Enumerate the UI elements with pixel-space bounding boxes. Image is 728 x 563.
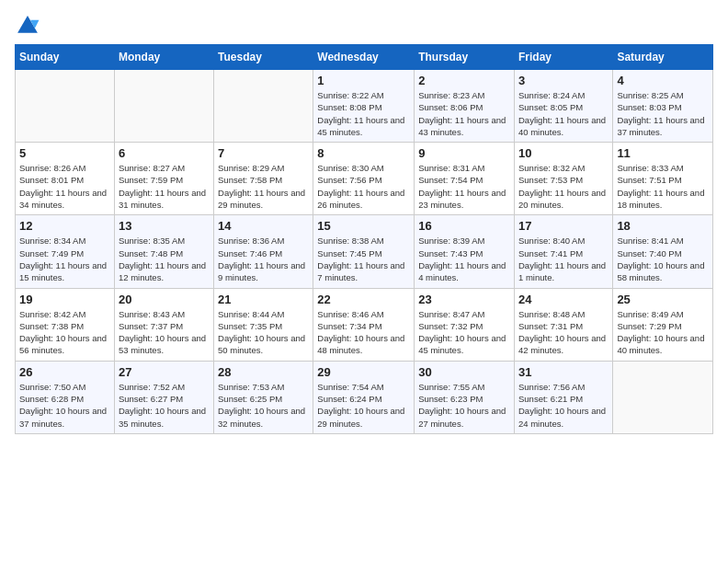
day-number: 4 (617, 74, 709, 87)
day-info: Sunrise: 8:23 AM Sunset: 8:06 PM Dayligh… (418, 89, 510, 138)
day-number: 17 (518, 219, 609, 233)
calendar: SundayMondayTuesdayWednesdayThursdayFrid… (15, 44, 713, 434)
calendar-cell (16, 70, 115, 143)
calendar-cell: 13Sunrise: 8:35 AM Sunset: 7:48 PM Dayli… (114, 215, 213, 288)
day-info: Sunrise: 8:44 AM Sunset: 7:35 PM Dayligh… (218, 308, 309, 357)
weekday-header: Wednesday (313, 45, 415, 70)
day-number: 24 (518, 293, 609, 306)
day-number: 31 (518, 365, 609, 379)
day-info: Sunrise: 8:49 AM Sunset: 7:29 PM Dayligh… (617, 308, 709, 357)
calendar-cell: 12Sunrise: 8:34 AM Sunset: 7:49 PM Dayli… (16, 215, 115, 288)
day-info: Sunrise: 8:43 AM Sunset: 7:37 PM Dayligh… (119, 308, 210, 357)
day-info: Sunrise: 8:31 AM Sunset: 7:54 PM Dayligh… (418, 162, 510, 211)
calendar-cell: 16Sunrise: 8:39 AM Sunset: 7:43 PM Dayli… (415, 215, 515, 288)
calendar-cell: 1Sunrise: 8:22 AM Sunset: 8:08 PM Daylig… (313, 70, 415, 143)
logo-icon (15, 13, 40, 39)
calendar-cell: 3Sunrise: 8:24 AM Sunset: 8:05 PM Daylig… (514, 70, 612, 143)
day-number: 9 (418, 146, 510, 160)
day-number: 15 (317, 219, 410, 233)
calendar-cell: 21Sunrise: 8:44 AM Sunset: 7:35 PM Dayli… (214, 288, 313, 361)
day-number: 1 (317, 74, 410, 87)
day-number: 20 (119, 293, 210, 306)
day-info: Sunrise: 7:54 AM Sunset: 6:24 PM Dayligh… (317, 381, 410, 430)
day-info: Sunrise: 8:39 AM Sunset: 7:43 PM Dayligh… (418, 235, 510, 283)
day-number: 25 (617, 293, 709, 306)
day-number: 12 (19, 219, 110, 233)
day-number: 3 (518, 74, 609, 87)
day-number: 23 (418, 293, 510, 306)
day-info: Sunrise: 8:46 AM Sunset: 7:34 PM Dayligh… (317, 308, 410, 357)
weekday-header: Tuesday (214, 45, 313, 70)
day-info: Sunrise: 8:29 AM Sunset: 7:58 PM Dayligh… (218, 162, 309, 211)
day-number: 21 (218, 293, 309, 306)
calendar-cell: 2Sunrise: 8:23 AM Sunset: 8:06 PM Daylig… (415, 70, 515, 143)
day-info: Sunrise: 7:50 AM Sunset: 6:28 PM Dayligh… (19, 381, 110, 430)
calendar-cell: 31Sunrise: 7:56 AM Sunset: 6:21 PM Dayli… (514, 361, 612, 433)
calendar-cell: 29Sunrise: 7:54 AM Sunset: 6:24 PM Dayli… (313, 361, 415, 433)
page: SundayMondayTuesdayWednesdayThursdayFrid… (0, 0, 728, 563)
day-info: Sunrise: 8:48 AM Sunset: 7:31 PM Dayligh… (518, 308, 609, 357)
day-info: Sunrise: 8:32 AM Sunset: 7:53 PM Dayligh… (518, 162, 609, 211)
day-number: 30 (418, 365, 510, 379)
calendar-cell: 14Sunrise: 8:36 AM Sunset: 7:46 PM Dayli… (214, 215, 313, 288)
calendar-cell (114, 70, 213, 143)
day-number: 22 (317, 293, 410, 306)
day-info: Sunrise: 8:41 AM Sunset: 7:40 PM Dayligh… (617, 235, 709, 283)
day-number: 18 (617, 219, 709, 233)
calendar-cell: 4Sunrise: 8:25 AM Sunset: 8:03 PM Daylig… (613, 70, 713, 143)
calendar-cell: 15Sunrise: 8:38 AM Sunset: 7:45 PM Dayli… (313, 215, 415, 288)
header (15, 9, 713, 39)
day-info: Sunrise: 8:30 AM Sunset: 7:56 PM Dayligh… (317, 162, 410, 211)
calendar-cell: 10Sunrise: 8:32 AM Sunset: 7:53 PM Dayli… (514, 143, 612, 215)
calendar-cell: 28Sunrise: 7:53 AM Sunset: 6:25 PM Dayli… (214, 361, 313, 433)
day-number: 7 (218, 146, 309, 160)
day-number: 19 (19, 293, 110, 306)
weekday-header: Saturday (613, 45, 713, 70)
day-number: 8 (317, 146, 410, 160)
calendar-cell: 23Sunrise: 8:47 AM Sunset: 7:32 PM Dayli… (415, 288, 515, 361)
weekday-header: Thursday (415, 45, 515, 70)
day-number: 29 (317, 365, 410, 379)
calendar-cell: 22Sunrise: 8:46 AM Sunset: 7:34 PM Dayli… (313, 288, 415, 361)
calendar-cell: 27Sunrise: 7:52 AM Sunset: 6:27 PM Dayli… (114, 361, 213, 433)
calendar-cell (214, 70, 313, 143)
day-info: Sunrise: 8:34 AM Sunset: 7:49 PM Dayligh… (19, 235, 110, 283)
calendar-cell (613, 361, 713, 433)
day-number: 2 (418, 74, 510, 87)
day-number: 5 (19, 146, 110, 160)
calendar-cell: 5Sunrise: 8:26 AM Sunset: 8:01 PM Daylig… (16, 143, 115, 215)
day-info: Sunrise: 8:42 AM Sunset: 7:38 PM Dayligh… (19, 308, 110, 357)
calendar-week-row: 5Sunrise: 8:26 AM Sunset: 8:01 PM Daylig… (16, 143, 713, 215)
day-number: 11 (617, 146, 709, 160)
day-info: Sunrise: 8:27 AM Sunset: 7:59 PM Dayligh… (119, 162, 210, 211)
day-info: Sunrise: 8:25 AM Sunset: 8:03 PM Dayligh… (617, 89, 709, 138)
day-info: Sunrise: 8:36 AM Sunset: 7:46 PM Dayligh… (218, 235, 309, 283)
calendar-cell: 7Sunrise: 8:29 AM Sunset: 7:58 PM Daylig… (214, 143, 313, 215)
calendar-week-row: 26Sunrise: 7:50 AM Sunset: 6:28 PM Dayli… (16, 361, 713, 433)
calendar-cell: 18Sunrise: 8:41 AM Sunset: 7:40 PM Dayli… (613, 215, 713, 288)
calendar-cell: 24Sunrise: 8:48 AM Sunset: 7:31 PM Dayli… (514, 288, 612, 361)
calendar-week-row: 12Sunrise: 8:34 AM Sunset: 7:49 PM Dayli… (16, 215, 713, 288)
day-number: 13 (119, 219, 210, 233)
calendar-cell: 26Sunrise: 7:50 AM Sunset: 6:28 PM Dayli… (16, 361, 115, 433)
calendar-cell: 17Sunrise: 8:40 AM Sunset: 7:41 PM Dayli… (514, 215, 612, 288)
weekday-header-row: SundayMondayTuesdayWednesdayThursdayFrid… (16, 45, 713, 70)
day-number: 10 (518, 146, 609, 160)
day-info: Sunrise: 8:33 AM Sunset: 7:51 PM Dayligh… (617, 162, 709, 211)
calendar-cell: 11Sunrise: 8:33 AM Sunset: 7:51 PM Dayli… (613, 143, 713, 215)
calendar-cell: 6Sunrise: 8:27 AM Sunset: 7:59 PM Daylig… (114, 143, 213, 215)
day-info: Sunrise: 8:38 AM Sunset: 7:45 PM Dayligh… (317, 235, 410, 283)
calendar-cell: 8Sunrise: 8:30 AM Sunset: 7:56 PM Daylig… (313, 143, 415, 215)
day-info: Sunrise: 7:53 AM Sunset: 6:25 PM Dayligh… (218, 381, 309, 430)
day-info: Sunrise: 8:40 AM Sunset: 7:41 PM Dayligh… (518, 235, 609, 283)
day-number: 26 (19, 365, 110, 379)
calendar-cell: 9Sunrise: 8:31 AM Sunset: 7:54 PM Daylig… (415, 143, 515, 215)
weekday-header: Friday (514, 45, 612, 70)
day-number: 6 (119, 146, 210, 160)
calendar-cell: 25Sunrise: 8:49 AM Sunset: 7:29 PM Dayli… (613, 288, 713, 361)
day-number: 28 (218, 365, 309, 379)
calendar-cell: 30Sunrise: 7:55 AM Sunset: 6:23 PM Dayli… (415, 361, 515, 433)
calendar-cell: 19Sunrise: 8:42 AM Sunset: 7:38 PM Dayli… (16, 288, 115, 361)
day-info: Sunrise: 7:56 AM Sunset: 6:21 PM Dayligh… (518, 381, 609, 430)
day-info: Sunrise: 7:55 AM Sunset: 6:23 PM Dayligh… (418, 381, 510, 430)
